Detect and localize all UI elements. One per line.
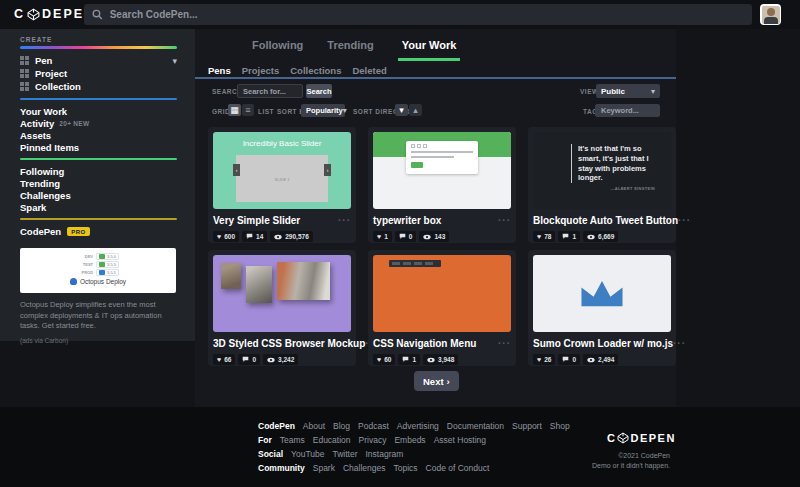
sidebar-item-challenges[interactable]: Challenges bbox=[20, 189, 195, 201]
search-submit-button[interactable]: Search bbox=[306, 84, 332, 98]
subtab-projects[interactable]: Projects bbox=[242, 65, 280, 76]
crown-icon bbox=[579, 280, 625, 308]
pen-title[interactable]: 3D Styled CSS Browser Mockup bbox=[213, 338, 365, 349]
loves-pill[interactable]: ♥600 bbox=[213, 231, 239, 242]
view-dropdown[interactable]: Public ▾ bbox=[596, 84, 660, 98]
comments-pill[interactable]: 0 bbox=[558, 354, 580, 365]
tab-following[interactable]: Following bbox=[252, 39, 303, 61]
sidebar-item-following[interactable]: Following bbox=[20, 165, 195, 177]
footer-link[interactable]: Topics bbox=[394, 463, 418, 473]
pen-menu-dots-icon[interactable]: ··· bbox=[498, 218, 511, 224]
comments-pill[interactable]: 0 bbox=[395, 231, 417, 242]
nav-label: Challenges bbox=[20, 190, 71, 201]
pens-grid: Incredibly Basic Slider SLIDE 1 ‹ › Very… bbox=[208, 127, 676, 366]
views-pill[interactable]: 290,576 bbox=[270, 231, 313, 242]
footer-codepen-logo[interactable]: C DEPEN bbox=[607, 432, 676, 444]
sort-ascending-button[interactable]: ▴ bbox=[409, 104, 422, 116]
sidebar-item-activity[interactable]: Activity 20+ NEW bbox=[20, 117, 195, 129]
comments-pill[interactable]: 1 bbox=[558, 231, 580, 242]
pen-title[interactable]: Blockquote Auto Tweet Button bbox=[533, 215, 678, 226]
global-search[interactable] bbox=[84, 4, 752, 25]
codepen-logo[interactable]: C DEPEN bbox=[14, 7, 95, 21]
tab-your-work[interactable]: Your Work bbox=[398, 39, 461, 61]
footer-link[interactable]: Embeds bbox=[394, 435, 425, 445]
sort-descending-button[interactable]: ▾ bbox=[395, 104, 408, 116]
pen-title[interactable]: Very Simple Slider bbox=[213, 215, 300, 226]
pen-preview-very-simple-slider[interactable]: Incredibly Basic Slider SLIDE 1 ‹ › bbox=[213, 132, 351, 209]
footer-link[interactable]: Education bbox=[313, 435, 351, 445]
carbon-ad-image[interactable]: DEV 3.5.0 TEST 3.5.5 PROD 3.5.5 Octopus … bbox=[20, 248, 176, 293]
ads-via-carbon-link[interactable]: (ads via Carbon) bbox=[20, 337, 195, 344]
search-input[interactable] bbox=[110, 9, 744, 20]
footer-link[interactable]: Advertising bbox=[397, 421, 439, 431]
footer-link[interactable]: Spark bbox=[313, 463, 335, 473]
views-pill[interactable]: 143 bbox=[419, 231, 449, 242]
views-pill[interactable]: 3,948 bbox=[423, 354, 458, 365]
footer-link[interactable]: YouTube bbox=[291, 449, 324, 459]
pen-menu-dots-icon[interactable]: ··· bbox=[498, 341, 511, 347]
footer-link[interactable]: Blog bbox=[333, 421, 350, 431]
grid-view-button[interactable]: ▦ bbox=[228, 104, 241, 116]
pen-menu-dots-icon[interactable]: ··· bbox=[678, 218, 691, 224]
chevron-down-icon[interactable]: ▾ bbox=[172, 56, 177, 66]
eye-icon bbox=[587, 357, 595, 363]
tab-trending[interactable]: Trending bbox=[327, 39, 373, 61]
footer-link[interactable]: Instagram bbox=[365, 449, 403, 459]
collection-icon bbox=[20, 82, 29, 91]
footer-link[interactable]: Shop bbox=[550, 421, 570, 431]
comments-pill[interactable]: 0 bbox=[238, 354, 260, 365]
sidebar-item-label: Project bbox=[35, 68, 67, 79]
footer-link[interactable]: Code of Conduct bbox=[426, 463, 490, 473]
pen-preview-typewriter-box[interactable] bbox=[373, 132, 511, 209]
pen-search-input[interactable] bbox=[237, 84, 303, 98]
pen-title[interactable]: Sumo Crown Loader w/ mo.js bbox=[533, 338, 673, 349]
loves-pill[interactable]: ♥66 bbox=[213, 354, 235, 365]
sidebar-item-pen[interactable]: Pen ▾ bbox=[20, 54, 195, 67]
footer-link[interactable]: Podcast bbox=[358, 421, 389, 431]
footer-link[interactable]: About bbox=[303, 421, 325, 431]
ad-version: 3.5.0 bbox=[107, 254, 116, 259]
sidebar-item-project[interactable]: Project bbox=[20, 67, 195, 80]
sidebar-item-your-work[interactable]: Your Work bbox=[20, 105, 195, 117]
pen-preview-navigation-menu[interactable] bbox=[373, 255, 511, 332]
sidebar-item-pinned-items[interactable]: Pinned Items bbox=[20, 141, 195, 153]
sidebar-item-spark[interactable]: Spark bbox=[20, 201, 195, 213]
sidebar-item-collection[interactable]: Collection bbox=[20, 80, 195, 93]
pen-title[interactable]: CSS Navigation Menu bbox=[373, 338, 476, 349]
user-avatar[interactable] bbox=[760, 4, 781, 25]
subtab-collections[interactable]: Collections bbox=[290, 65, 341, 76]
footer-link[interactable]: Privacy bbox=[359, 435, 387, 445]
subtab-deleted[interactable]: Deleted bbox=[352, 65, 386, 76]
pen-menu-dots-icon[interactable]: ··· bbox=[338, 218, 351, 224]
sidebar-item-assets[interactable]: Assets bbox=[20, 129, 195, 141]
list-view-button[interactable]: ≡ bbox=[242, 104, 254, 116]
comments-pill[interactable]: 14 bbox=[242, 231, 267, 242]
pen-preview-browser-mockup[interactable] bbox=[213, 255, 351, 332]
footer-link[interactable]: Teams bbox=[280, 435, 305, 445]
pen-preview-crown-loader[interactable] bbox=[533, 255, 671, 332]
comments-pill[interactable]: 1 bbox=[398, 354, 420, 365]
sort-by-dropdown[interactable]: Popularity ▾ bbox=[301, 104, 345, 117]
footer-link[interactable]: Asset Hosting bbox=[434, 435, 486, 445]
sidebar-item-codepen-pro[interactable]: CodePen PRO bbox=[20, 226, 195, 237]
pen-preview-blockquote[interactable]: It's not that I'm so smart, it's just th… bbox=[533, 132, 671, 209]
pen-title[interactable]: typewriter box bbox=[373, 215, 441, 226]
tag-keyword-input[interactable] bbox=[595, 104, 660, 117]
sidebar-item-trending[interactable]: Trending bbox=[20, 177, 195, 189]
loves-pill[interactable]: ♥60 bbox=[373, 354, 395, 365]
views-pill[interactable]: 6,669 bbox=[583, 231, 618, 242]
footer-link[interactable]: Twitter bbox=[332, 449, 357, 459]
loves-pill[interactable]: ♥78 bbox=[533, 231, 555, 242]
footer-link[interactable]: Support bbox=[512, 421, 542, 431]
ad-env-label: DEV bbox=[77, 254, 93, 259]
loves-pill[interactable]: ♥1 bbox=[373, 231, 392, 242]
footer-link[interactable]: Documentation bbox=[447, 421, 504, 431]
loves-pill[interactable]: ♥26 bbox=[533, 354, 555, 365]
pen-menu-dots-icon[interactable]: ··· bbox=[673, 341, 686, 347]
subtab-pens[interactable]: Pens bbox=[208, 65, 231, 76]
footer-link[interactable]: Challenges bbox=[343, 463, 386, 473]
next-page-button[interactable]: Next › bbox=[414, 371, 459, 391]
views-pill[interactable]: 2,494 bbox=[583, 354, 618, 365]
views-pill[interactable]: 3,242 bbox=[263, 354, 298, 365]
carbon-ad-text[interactable]: Octopus Deploy simplifies even the most … bbox=[20, 300, 170, 332]
